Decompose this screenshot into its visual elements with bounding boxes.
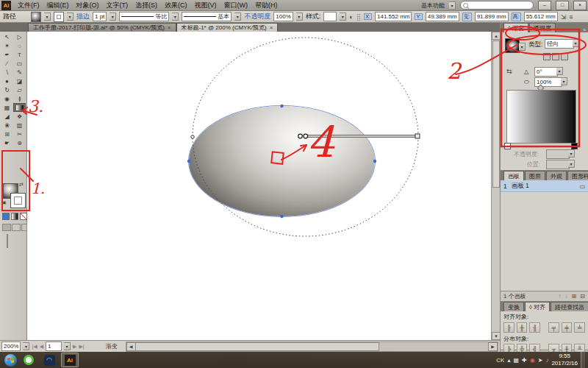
zoom-arrow-icon[interactable]: ▾ xyxy=(23,342,29,350)
menu-help[interactable]: 帮助(H) xyxy=(251,1,282,10)
swap-fill-stroke-icon[interactable]: ⇄ xyxy=(19,182,24,188)
aspect-ratio-arrow-icon[interactable]: ▾ xyxy=(561,77,567,85)
gradient-stop-black[interactable] xyxy=(571,143,578,149)
tab-graphic-styles[interactable]: 图形样式 xyxy=(567,171,588,180)
start-button[interactable] xyxy=(4,354,17,367)
lasso-tool[interactable]: ◌ xyxy=(13,41,26,50)
taskbar-app-illustrator[interactable]: Ai xyxy=(61,353,79,367)
align-bottom-button[interactable]: ╧ xyxy=(574,322,585,333)
gradient-ellipse-object[interactable] xyxy=(189,106,375,216)
tab-layers[interactable]: 图层 xyxy=(525,171,545,180)
style-field[interactable] xyxy=(323,12,337,21)
zoom-tool[interactable]: ⊕ xyxy=(13,138,26,147)
horizontal-scroll-thumb[interactable] xyxy=(135,342,379,351)
restore-button[interactable]: □ xyxy=(556,1,569,10)
screen-mode-button[interactable] xyxy=(7,234,8,248)
blob-brush-tool[interactable]: ● xyxy=(1,77,13,85)
tab-artboards[interactable]: 画板 xyxy=(503,171,524,180)
reference-point-icon[interactable]: ⣿ xyxy=(356,13,362,21)
artboard-nav-field[interactable]: 1 xyxy=(46,342,62,351)
prev-artboard-icon[interactable]: ◀ xyxy=(40,344,43,350)
scale-tool[interactable]: ▱ xyxy=(13,85,26,94)
document-tab-inactive[interactable]: 工作手册-2017-打印版-源.ai* @ 50% (CMYK/预览)× xyxy=(28,23,176,32)
artboard-page-icon[interactable]: ▭ xyxy=(579,183,585,190)
gradient-ring-left-handle[interactable] xyxy=(191,135,194,138)
horizontal-scrollbar[interactable]: ◀ ▶ xyxy=(126,342,498,352)
taskbar-clock[interactable]: 9:55 2017/2/16 xyxy=(551,353,578,367)
volume-icon[interactable]: ♪ xyxy=(545,357,548,364)
scroll-right-icon[interactable]: ▶ xyxy=(488,342,498,351)
panel-options-icon[interactable]: ≡ xyxy=(569,13,573,21)
angle-arrow-icon[interactable]: ▾ xyxy=(556,67,563,75)
width-field[interactable]: 91.899 mm xyxy=(475,12,509,21)
default-fill-stroke-icon[interactable]: ▣ xyxy=(2,199,7,205)
tray-expand-icon[interactable]: ▴ xyxy=(507,357,510,364)
width-tool[interactable]: ≬ xyxy=(13,94,26,103)
messenger-icon[interactable]: ◉ xyxy=(530,357,535,364)
shape-builder-tool[interactable]: ◉ xyxy=(1,94,13,103)
new-artboard-icon[interactable]: ⊞ xyxy=(572,293,577,300)
tab-gradient[interactable]: ◊ 渐变 xyxy=(503,23,528,32)
selection-tool[interactable]: ↖ xyxy=(1,32,13,41)
tab-pathfinder[interactable]: 路径查找器 xyxy=(551,302,588,311)
line-segment-tool[interactable]: ∕ xyxy=(1,59,13,68)
blend-tool[interactable]: ❖ xyxy=(13,112,26,121)
stroke-gradient-within-button[interactable] xyxy=(543,53,551,60)
stroke-color-control[interactable] xyxy=(10,193,26,208)
minimize-button[interactable]: – xyxy=(538,1,551,10)
align-left-button[interactable]: ╟ xyxy=(503,322,514,333)
menu-effect[interactable]: 效果(C) xyxy=(161,1,191,10)
eraser-tool[interactable]: ◪ xyxy=(13,77,26,85)
pencil-tool[interactable]: ✎ xyxy=(13,68,26,77)
tab-transparency[interactable]: 透明度 xyxy=(529,23,556,32)
tab-close-icon[interactable]: × xyxy=(270,24,273,31)
menu-edit[interactable]: 编辑(E) xyxy=(43,1,73,10)
menu-select[interactable]: 选择(S) xyxy=(132,1,161,10)
transform-icon[interactable]: ⇲ xyxy=(561,13,567,21)
delete-artboard-icon[interactable]: ⊟ xyxy=(580,293,585,300)
gradient-button[interactable] xyxy=(11,213,18,220)
column-graph-tool[interactable]: ▥ xyxy=(13,121,26,130)
opacity-field[interactable]: 100% xyxy=(273,12,293,21)
move-down-icon[interactable]: ↓ xyxy=(565,293,568,300)
pen-tool[interactable]: ✒ xyxy=(1,50,13,59)
tab-transform[interactable]: 变换 xyxy=(503,302,524,311)
tab-align[interactable]: ◊ 对齐 xyxy=(525,302,550,311)
vertical-scrollbar[interactable]: ▲ ▼ xyxy=(491,32,500,340)
gradient-thumb-arrow-icon[interactable]: ▾ xyxy=(519,43,526,51)
stroke-gradient-across-button[interactable] xyxy=(561,53,568,60)
gradient-tool[interactable] xyxy=(13,103,26,112)
tools-icon[interactable]: ✚ xyxy=(522,357,527,364)
opacity-arrow-icon[interactable]: ▾ xyxy=(296,13,303,21)
stroke-weight-arrow-icon[interactable]: ▾ xyxy=(110,13,116,21)
slice-tool[interactable]: ✂ xyxy=(13,130,26,138)
first-artboard-icon[interactable]: |◀ xyxy=(32,344,37,350)
gradient-type-arrow-icon[interactable]: ▾ xyxy=(573,39,579,47)
taskbar-app-browser[interactable] xyxy=(20,353,37,367)
tab-close-icon[interactable]: × xyxy=(168,24,171,31)
artboard-canvas[interactable] xyxy=(27,32,491,340)
recolor-artwork-icon[interactable]: ◐ xyxy=(349,13,353,21)
align-right-button[interactable]: ╢ xyxy=(529,322,540,333)
style-arrow-icon[interactable]: ▾ xyxy=(340,13,346,21)
artboard-row[interactable]: 1 画板 1 ▭ xyxy=(501,180,588,192)
taskbar-app-dashboard[interactable]: ◠ xyxy=(40,353,58,367)
paintbrush-tool[interactable]: ∖ xyxy=(1,68,13,77)
height-field[interactable]: 55.612 mm xyxy=(524,12,558,21)
menu-object[interactable]: 对象(O) xyxy=(73,1,103,10)
fill-swatch[interactable] xyxy=(31,12,41,22)
gradient-type-select[interactable]: 径向 xyxy=(545,39,574,49)
eyedropper-tool[interactable]: ◢ xyxy=(1,112,13,121)
menu-window[interactable]: 窗口(W) xyxy=(220,1,252,10)
workspace-arrow-icon[interactable]: ▾ xyxy=(449,1,456,10)
align-vcenter-button[interactable]: ╪ xyxy=(562,322,573,333)
draw-behind-mode-button[interactable] xyxy=(12,224,21,231)
angle-field[interactable]: 0° xyxy=(534,67,558,77)
menu-file[interactable]: 文件(F) xyxy=(14,1,43,10)
brush-field[interactable]: 基本 xyxy=(182,12,232,21)
symbol-sprayer-tool[interactable]: ❀ xyxy=(1,121,13,130)
workspace-switcher[interactable]: 基本功能 xyxy=(421,1,445,10)
gradient-slider[interactable] xyxy=(506,90,576,144)
stroke-swatch-arrow-icon[interactable]: ▾ xyxy=(67,13,74,21)
hand-tool[interactable]: ☛ xyxy=(1,138,13,147)
